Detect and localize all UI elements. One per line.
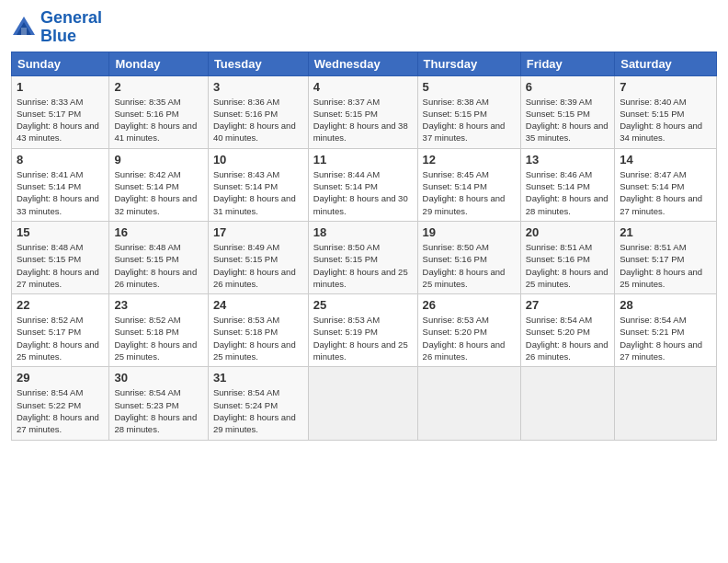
day-cell <box>308 367 417 440</box>
day-info: Sunrise: 8:40 AMSunset: 5:15 PMDaylight:… <box>620 96 711 144</box>
day-cell: 12Sunrise: 8:45 AMSunset: 5:14 PMDayligh… <box>417 148 520 221</box>
day-cell: 16Sunrise: 8:48 AMSunset: 5:15 PMDayligh… <box>109 221 208 293</box>
day-info: Sunrise: 8:53 AMSunset: 5:18 PMDaylight:… <box>213 314 303 362</box>
day-info: Sunrise: 8:41 AMSunset: 5:14 PMDaylight:… <box>17 168 104 217</box>
day-cell: 13Sunrise: 8:46 AMSunset: 5:14 PMDayligh… <box>520 148 614 221</box>
header: General Blue <box>11 9 717 46</box>
calendar-table: SundayMondayTuesdayWednesdayThursdayFrid… <box>11 52 717 441</box>
day-info: Sunrise: 8:52 AMSunset: 5:17 PMDaylight:… <box>17 314 104 362</box>
logo-icon <box>11 15 37 40</box>
day-cell: 31Sunrise: 8:54 AMSunset: 5:24 PMDayligh… <box>208 367 308 440</box>
day-number: 31 <box>213 371 303 385</box>
day-cell: 28Sunrise: 8:54 AMSunset: 5:21 PMDayligh… <box>615 294 717 367</box>
day-cell: 8Sunrise: 8:41 AMSunset: 5:14 PMDaylight… <box>12 148 109 221</box>
day-info: Sunrise: 8:33 AMSunset: 5:17 PMDaylight:… <box>17 96 104 144</box>
column-header-friday: Friday <box>520 52 614 75</box>
svg-rect-2 <box>21 28 27 35</box>
day-number: 1 <box>17 80 104 94</box>
day-info: Sunrise: 8:36 AMSunset: 5:16 PMDaylight:… <box>213 96 303 144</box>
day-number: 28 <box>620 298 711 312</box>
day-info: Sunrise: 8:54 AMSunset: 5:23 PMDaylight:… <box>114 386 202 435</box>
day-cell: 4Sunrise: 8:37 AMSunset: 5:15 PMDaylight… <box>308 75 417 148</box>
day-number: 5 <box>423 80 516 94</box>
day-info: Sunrise: 8:53 AMSunset: 5:20 PMDaylight:… <box>423 314 516 362</box>
day-number: 24 <box>213 298 303 312</box>
day-info: Sunrise: 8:51 AMSunset: 5:16 PMDaylight:… <box>526 241 609 290</box>
day-cell: 7Sunrise: 8:40 AMSunset: 5:15 PMDaylight… <box>615 75 717 148</box>
day-number: 26 <box>423 298 516 312</box>
day-cell: 20Sunrise: 8:51 AMSunset: 5:16 PMDayligh… <box>520 221 614 293</box>
day-info: Sunrise: 8:51 AMSunset: 5:17 PMDaylight:… <box>620 241 711 290</box>
calendar-container: General Blue SundayMondayTuesdayWednesda… <box>0 0 728 448</box>
day-info: Sunrise: 8:42 AMSunset: 5:14 PMDaylight:… <box>114 168 202 217</box>
day-number: 11 <box>313 153 413 167</box>
day-cell <box>615 367 717 440</box>
day-number: 14 <box>620 153 711 167</box>
day-info: Sunrise: 8:43 AMSunset: 5:14 PMDaylight:… <box>213 168 303 217</box>
week-row-4: 22Sunrise: 8:52 AMSunset: 5:17 PMDayligh… <box>12 294 717 367</box>
day-info: Sunrise: 8:35 AMSunset: 5:16 PMDaylight:… <box>114 96 202 144</box>
day-info: Sunrise: 8:45 AMSunset: 5:14 PMDaylight:… <box>423 168 516 217</box>
day-number: 29 <box>17 371 104 385</box>
day-number: 2 <box>114 80 202 94</box>
week-row-5: 29Sunrise: 8:54 AMSunset: 5:22 PMDayligh… <box>12 367 717 440</box>
day-cell: 27Sunrise: 8:54 AMSunset: 5:20 PMDayligh… <box>520 294 614 367</box>
column-header-thursday: Thursday <box>417 52 520 75</box>
column-header-wednesday: Wednesday <box>308 52 417 75</box>
column-header-saturday: Saturday <box>615 52 717 75</box>
day-info: Sunrise: 8:52 AMSunset: 5:18 PMDaylight:… <box>114 314 202 362</box>
day-cell: 3Sunrise: 8:36 AMSunset: 5:16 PMDaylight… <box>208 75 308 148</box>
day-number: 25 <box>313 298 413 312</box>
day-number: 16 <box>114 225 202 239</box>
day-info: Sunrise: 8:46 AMSunset: 5:14 PMDaylight:… <box>526 168 609 217</box>
day-number: 13 <box>526 153 609 167</box>
day-info: Sunrise: 8:54 AMSunset: 5:24 PMDaylight:… <box>213 386 303 435</box>
column-header-tuesday: Tuesday <box>208 52 308 75</box>
day-info: Sunrise: 8:54 AMSunset: 5:22 PMDaylight:… <box>17 386 104 435</box>
day-cell: 23Sunrise: 8:52 AMSunset: 5:18 PMDayligh… <box>109 294 208 367</box>
day-info: Sunrise: 8:39 AMSunset: 5:15 PMDaylight:… <box>526 96 609 144</box>
day-info: Sunrise: 8:47 AMSunset: 5:14 PMDaylight:… <box>620 168 711 217</box>
day-cell: 17Sunrise: 8:49 AMSunset: 5:15 PMDayligh… <box>208 221 308 293</box>
logo-text: General Blue <box>40 9 102 46</box>
day-cell: 18Sunrise: 8:50 AMSunset: 5:15 PMDayligh… <box>308 221 417 293</box>
day-number: 4 <box>313 80 413 94</box>
day-number: 17 <box>213 225 303 239</box>
day-number: 21 <box>620 225 711 239</box>
day-cell: 15Sunrise: 8:48 AMSunset: 5:15 PMDayligh… <box>12 221 109 293</box>
day-number: 10 <box>213 153 303 167</box>
day-number: 15 <box>17 225 104 239</box>
day-cell: 11Sunrise: 8:44 AMSunset: 5:14 PMDayligh… <box>308 148 417 221</box>
day-number: 7 <box>620 80 711 94</box>
day-cell: 10Sunrise: 8:43 AMSunset: 5:14 PMDayligh… <box>208 148 308 221</box>
day-info: Sunrise: 8:50 AMSunset: 5:16 PMDaylight:… <box>423 241 516 290</box>
day-info: Sunrise: 8:54 AMSunset: 5:20 PMDaylight:… <box>526 314 609 362</box>
day-cell: 30Sunrise: 8:54 AMSunset: 5:23 PMDayligh… <box>109 367 208 440</box>
week-row-2: 8Sunrise: 8:41 AMSunset: 5:14 PMDaylight… <box>12 148 717 221</box>
day-info: Sunrise: 8:48 AMSunset: 5:15 PMDaylight:… <box>17 241 104 290</box>
header-row: SundayMondayTuesdayWednesdayThursdayFrid… <box>12 52 717 75</box>
day-cell: 26Sunrise: 8:53 AMSunset: 5:20 PMDayligh… <box>417 294 520 367</box>
day-info: Sunrise: 8:53 AMSunset: 5:19 PMDaylight:… <box>313 314 413 362</box>
day-number: 18 <box>313 225 413 239</box>
day-info: Sunrise: 8:44 AMSunset: 5:14 PMDaylight:… <box>313 168 413 217</box>
day-number: 20 <box>526 225 609 239</box>
day-number: 6 <box>526 80 609 94</box>
day-number: 3 <box>213 80 303 94</box>
day-number: 9 <box>114 153 202 167</box>
week-row-3: 15Sunrise: 8:48 AMSunset: 5:15 PMDayligh… <box>12 221 717 293</box>
day-cell: 1Sunrise: 8:33 AMSunset: 5:17 PMDaylight… <box>12 75 109 148</box>
day-cell: 2Sunrise: 8:35 AMSunset: 5:16 PMDaylight… <box>109 75 208 148</box>
day-cell: 21Sunrise: 8:51 AMSunset: 5:17 PMDayligh… <box>615 221 717 293</box>
day-info: Sunrise: 8:54 AMSunset: 5:21 PMDaylight:… <box>620 314 711 362</box>
day-info: Sunrise: 8:49 AMSunset: 5:15 PMDaylight:… <box>213 241 303 290</box>
day-number: 12 <box>423 153 516 167</box>
day-cell: 19Sunrise: 8:50 AMSunset: 5:16 PMDayligh… <box>417 221 520 293</box>
day-number: 19 <box>423 225 516 239</box>
day-number: 27 <box>526 298 609 312</box>
day-cell <box>520 367 614 440</box>
day-info: Sunrise: 8:38 AMSunset: 5:15 PMDaylight:… <box>423 96 516 144</box>
day-cell: 5Sunrise: 8:38 AMSunset: 5:15 PMDaylight… <box>417 75 520 148</box>
day-cell: 6Sunrise: 8:39 AMSunset: 5:15 PMDaylight… <box>520 75 614 148</box>
day-cell: 24Sunrise: 8:53 AMSunset: 5:18 PMDayligh… <box>208 294 308 367</box>
